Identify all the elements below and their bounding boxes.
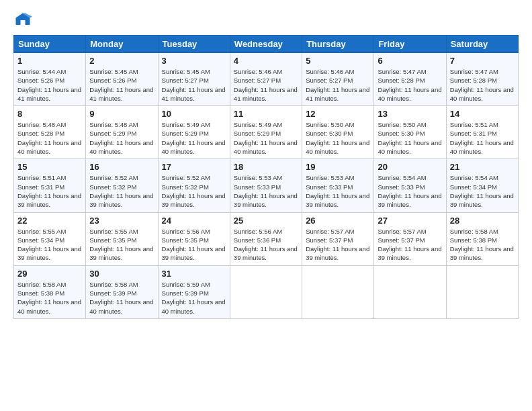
day-number: 11 bbox=[234, 109, 298, 119]
day-number: 20 bbox=[378, 162, 442, 172]
day-number: 3 bbox=[162, 56, 226, 66]
day-info: Sunrise: 5:47 AMSunset: 5:28 PMDaylight:… bbox=[378, 67, 442, 103]
day-number: 19 bbox=[306, 162, 370, 172]
weekday-header-saturday: Saturday bbox=[446, 36, 518, 53]
day-info: Sunrise: 5:49 AMSunset: 5:29 PMDaylight:… bbox=[234, 120, 298, 156]
day-number: 6 bbox=[378, 56, 442, 66]
day-number: 5 bbox=[306, 56, 370, 66]
day-cell bbox=[446, 265, 518, 318]
day-info: Sunrise: 5:45 AMSunset: 5:26 PMDaylight:… bbox=[89, 67, 154, 103]
day-cell: 21Sunrise: 5:54 AMSunset: 5:34 PMDayligh… bbox=[446, 159, 518, 212]
day-info: Sunrise: 5:45 AMSunset: 5:27 PMDaylight:… bbox=[162, 67, 226, 103]
day-cell: 8Sunrise: 5:48 AMSunset: 5:28 PMDaylight… bbox=[14, 106, 86, 159]
day-number: 8 bbox=[17, 109, 82, 119]
day-cell: 17Sunrise: 5:52 AMSunset: 5:32 PMDayligh… bbox=[158, 159, 230, 212]
day-number: 27 bbox=[378, 216, 442, 226]
day-cell: 5Sunrise: 5:46 AMSunset: 5:27 PMDaylight… bbox=[302, 53, 374, 106]
day-number: 28 bbox=[450, 216, 515, 226]
day-number: 7 bbox=[450, 56, 515, 66]
week-row-3: 15Sunrise: 5:51 AMSunset: 5:31 PMDayligh… bbox=[14, 159, 519, 212]
day-cell: 25Sunrise: 5:56 AMSunset: 5:36 PMDayligh… bbox=[230, 212, 302, 265]
day-info: Sunrise: 5:53 AMSunset: 5:33 PMDaylight:… bbox=[306, 173, 370, 209]
day-info: Sunrise: 5:52 AMSunset: 5:32 PMDaylight:… bbox=[162, 173, 226, 209]
day-cell: 16Sunrise: 5:52 AMSunset: 5:32 PMDayligh… bbox=[86, 159, 158, 212]
day-cell: 2Sunrise: 5:45 AMSunset: 5:26 PMDaylight… bbox=[86, 53, 158, 106]
day-cell: 28Sunrise: 5:58 AMSunset: 5:38 PMDayligh… bbox=[446, 212, 518, 265]
day-info: Sunrise: 5:54 AMSunset: 5:33 PMDaylight:… bbox=[378, 173, 442, 209]
week-row-1: 1Sunrise: 5:44 AMSunset: 5:26 PMDaylight… bbox=[14, 53, 519, 106]
day-cell: 3Sunrise: 5:45 AMSunset: 5:27 PMDaylight… bbox=[158, 53, 230, 106]
day-number: 31 bbox=[162, 269, 226, 279]
day-number: 13 bbox=[378, 109, 442, 119]
day-number: 9 bbox=[89, 109, 154, 119]
calendar-table: SundayMondayTuesdayWednesdayThursdayFrid… bbox=[13, 35, 519, 319]
day-number: 25 bbox=[234, 216, 298, 226]
day-cell: 22Sunrise: 5:55 AMSunset: 5:34 PMDayligh… bbox=[14, 212, 86, 265]
day-info: Sunrise: 5:58 AMSunset: 5:39 PMDaylight:… bbox=[89, 280, 154, 316]
day-number: 30 bbox=[89, 269, 154, 279]
weekday-header-sunday: Sunday bbox=[14, 36, 86, 53]
day-cell: 9Sunrise: 5:48 AMSunset: 5:29 PMDaylight… bbox=[86, 106, 158, 159]
day-number: 17 bbox=[162, 162, 226, 172]
weekday-header-monday: Monday bbox=[86, 36, 158, 53]
day-cell: 29Sunrise: 5:58 AMSunset: 5:38 PMDayligh… bbox=[14, 265, 86, 318]
day-info: Sunrise: 5:55 AMSunset: 5:35 PMDaylight:… bbox=[89, 227, 154, 263]
day-info: Sunrise: 5:58 AMSunset: 5:38 PMDaylight:… bbox=[450, 227, 515, 263]
day-info: Sunrise: 5:55 AMSunset: 5:34 PMDaylight:… bbox=[17, 227, 82, 263]
day-cell: 31Sunrise: 5:59 AMSunset: 5:39 PMDayligh… bbox=[158, 265, 230, 318]
day-number: 21 bbox=[450, 162, 515, 172]
day-number: 4 bbox=[234, 56, 298, 66]
day-info: Sunrise: 5:53 AMSunset: 5:33 PMDaylight:… bbox=[234, 173, 298, 209]
day-cell: 19Sunrise: 5:53 AMSunset: 5:33 PMDayligh… bbox=[302, 159, 374, 212]
week-row-4: 22Sunrise: 5:55 AMSunset: 5:34 PMDayligh… bbox=[14, 212, 519, 265]
day-cell: 30Sunrise: 5:58 AMSunset: 5:39 PMDayligh… bbox=[86, 265, 158, 318]
day-info: Sunrise: 5:57 AMSunset: 5:37 PMDaylight:… bbox=[306, 227, 370, 263]
day-number: 16 bbox=[89, 162, 154, 172]
day-cell: 24Sunrise: 5:56 AMSunset: 5:35 PMDayligh… bbox=[158, 212, 230, 265]
day-info: Sunrise: 5:57 AMSunset: 5:37 PMDaylight:… bbox=[378, 227, 442, 263]
day-cell bbox=[230, 265, 302, 318]
weekday-header-friday: Friday bbox=[374, 36, 446, 53]
day-info: Sunrise: 5:50 AMSunset: 5:30 PMDaylight:… bbox=[306, 120, 370, 156]
week-row-2: 8Sunrise: 5:48 AMSunset: 5:28 PMDaylight… bbox=[14, 106, 519, 159]
day-cell: 12Sunrise: 5:50 AMSunset: 5:30 PMDayligh… bbox=[302, 106, 374, 159]
day-cell: 1Sunrise: 5:44 AMSunset: 5:26 PMDaylight… bbox=[14, 53, 86, 106]
day-number: 22 bbox=[17, 216, 82, 226]
day-info: Sunrise: 5:52 AMSunset: 5:32 PMDaylight:… bbox=[89, 173, 154, 209]
day-cell: 11Sunrise: 5:49 AMSunset: 5:29 PMDayligh… bbox=[230, 106, 302, 159]
logo bbox=[13, 11, 35, 30]
day-number: 14 bbox=[450, 109, 515, 119]
day-info: Sunrise: 5:50 AMSunset: 5:30 PMDaylight:… bbox=[378, 120, 442, 156]
day-info: Sunrise: 5:46 AMSunset: 5:27 PMDaylight:… bbox=[306, 67, 370, 103]
day-cell: 13Sunrise: 5:50 AMSunset: 5:30 PMDayligh… bbox=[374, 106, 446, 159]
day-cell: 20Sunrise: 5:54 AMSunset: 5:33 PMDayligh… bbox=[374, 159, 446, 212]
day-cell: 26Sunrise: 5:57 AMSunset: 5:37 PMDayligh… bbox=[302, 212, 374, 265]
day-info: Sunrise: 5:56 AMSunset: 5:36 PMDaylight:… bbox=[234, 227, 298, 263]
day-info: Sunrise: 5:48 AMSunset: 5:29 PMDaylight:… bbox=[89, 120, 154, 156]
weekday-header-tuesday: Tuesday bbox=[158, 36, 230, 53]
day-number: 26 bbox=[306, 216, 370, 226]
page: SundayMondayTuesdayWednesdayThursdayFrid… bbox=[0, 0, 532, 326]
day-info: Sunrise: 5:47 AMSunset: 5:28 PMDaylight:… bbox=[450, 67, 515, 103]
day-number: 29 bbox=[17, 269, 82, 279]
day-cell: 14Sunrise: 5:51 AMSunset: 5:31 PMDayligh… bbox=[446, 106, 518, 159]
weekday-header-wednesday: Wednesday bbox=[230, 36, 302, 53]
day-number: 18 bbox=[234, 162, 298, 172]
day-cell: 10Sunrise: 5:49 AMSunset: 5:29 PMDayligh… bbox=[158, 106, 230, 159]
day-cell: 18Sunrise: 5:53 AMSunset: 5:33 PMDayligh… bbox=[230, 159, 302, 212]
day-info: Sunrise: 5:54 AMSunset: 5:34 PMDaylight:… bbox=[450, 173, 515, 209]
day-number: 24 bbox=[162, 216, 226, 226]
day-cell: 27Sunrise: 5:57 AMSunset: 5:37 PMDayligh… bbox=[374, 212, 446, 265]
day-info: Sunrise: 5:59 AMSunset: 5:39 PMDaylight:… bbox=[162, 280, 226, 316]
day-cell: 7Sunrise: 5:47 AMSunset: 5:28 PMDaylight… bbox=[446, 53, 518, 106]
day-cell: 15Sunrise: 5:51 AMSunset: 5:31 PMDayligh… bbox=[14, 159, 86, 212]
logo-icon bbox=[13, 11, 32, 30]
day-info: Sunrise: 5:58 AMSunset: 5:38 PMDaylight:… bbox=[17, 280, 82, 316]
day-cell bbox=[374, 265, 446, 318]
day-info: Sunrise: 5:48 AMSunset: 5:28 PMDaylight:… bbox=[17, 120, 82, 156]
day-cell: 6Sunrise: 5:47 AMSunset: 5:28 PMDaylight… bbox=[374, 53, 446, 106]
day-number: 12 bbox=[306, 109, 370, 119]
day-info: Sunrise: 5:56 AMSunset: 5:35 PMDaylight:… bbox=[162, 227, 226, 263]
header bbox=[13, 11, 519, 30]
day-info: Sunrise: 5:46 AMSunset: 5:27 PMDaylight:… bbox=[234, 67, 298, 103]
